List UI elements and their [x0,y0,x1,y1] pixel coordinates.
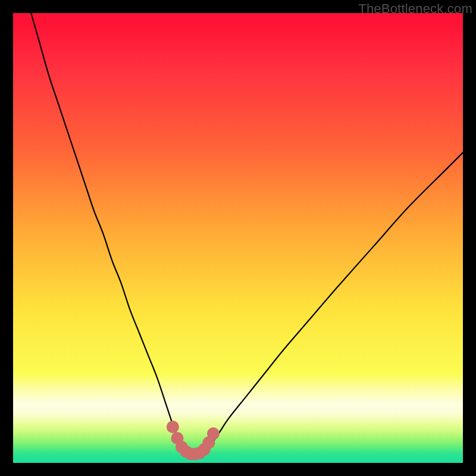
highlight-dot [167,421,179,433]
watermark-text: TheBottleneck.com [358,1,472,17]
chart-frame: TheBottleneck.com [0,0,476,476]
curve-layer [13,13,463,463]
highlight-dot [207,427,220,440]
bottleneck-curve [31,13,463,454]
highlight-dots [167,421,220,460]
